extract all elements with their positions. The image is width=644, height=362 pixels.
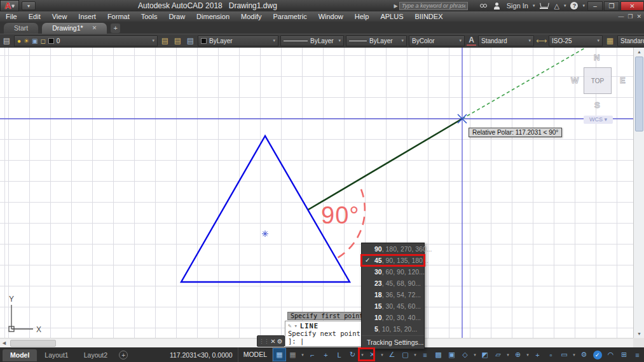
osnap-caret-icon[interactable]: ▾ [412,348,418,361]
dim-style-icon[interactable]: ⟷ [536,36,547,45]
dim-style-dropdown[interactable]: ISO-25 ▾ [549,36,603,46]
restore-button[interactable]: ❐ [604,1,619,11]
close-button[interactable]: ✕ [620,1,644,11]
scroll-down-icon[interactable]: ▼ [634,330,644,338]
drawing-canvas[interactable]: Y X 90° Relative Polar: 117.2031 < 90° N… [0,48,633,338]
previous-layer-icon[interactable]: ▤ [185,36,196,45]
vertical-scrollbar[interactable]: ▲ ▼ [633,48,644,338]
angle-option-45[interactable]: ✓45, 90, 135, 180... [362,255,424,266]
search-collapse-icon[interactable]: ▶ [394,3,398,9]
viewcube-east[interactable]: E [620,76,626,85]
tab-close-icon[interactable]: ✕ [92,23,97,34]
angle-option-10[interactable]: 10, 20, 30, 40... [362,312,424,323]
angle-option-30[interactable]: 30, 60, 90, 120... [362,266,424,278]
model-tab[interactable]: Model [3,349,37,361]
layer-properties-icon[interactable]: ▤ [1,36,12,45]
menu-view[interactable]: View [46,11,73,22]
horizontal-scroll-thumb[interactable] [10,340,56,347]
app-store-icon[interactable]: △ [554,2,559,10]
command-wrench-icon[interactable]: ⚙ [277,338,283,345]
application-menu-button[interactable]: A▾ [0,0,19,11]
doc-minimize-icon[interactable]: — [618,13,624,20]
menu-file[interactable]: File [0,11,23,22]
app-store-caret-icon[interactable]: ▾ [564,3,566,8]
annotation-monitor-icon[interactable]: ◠ [604,348,617,361]
lineweight-dropdown[interactable]: ByLayer ▾ [346,36,407,46]
command-close-icon[interactable]: ✕ [270,338,275,345]
menu-aplus[interactable]: APLUS [374,11,409,22]
snap-caret-icon[interactable]: ▾ [299,348,306,361]
layout1-tab[interactable]: Layout1 [37,349,76,361]
menu-insert[interactable]: Insert [72,11,102,22]
help-caret-icon[interactable]: ▾ [582,3,585,8]
angle-option-23[interactable]: 23, 45, 68, 90... [362,278,424,289]
angle-option-5[interactable]: 5, 10, 15, 20... [362,323,424,335]
menu-format[interactable]: Format [102,11,135,22]
new-layout-button[interactable]: + [119,351,128,359]
match-layer-icon[interactable]: ▤ [172,36,183,45]
dynamic-ucs-icon[interactable]: ◩ [478,348,491,361]
doc-restore-icon[interactable]: ❐ [627,13,633,20]
workspace-switching-icon[interactable]: ⚙ [577,348,591,361]
search-input[interactable] [399,2,468,10]
wcs-menu[interactable]: WCS ▾ [584,116,613,124]
sign-in-button[interactable]: Sign In [507,2,528,10]
vertical-scroll-thumb[interactable] [635,57,643,131]
annoscale-caret-icon[interactable]: ▾ [571,348,577,361]
make-layer-current-icon[interactable]: ▤ [160,36,170,45]
viewcube-top-face[interactable]: TOP [584,67,612,94]
doc-close-icon[interactable]: ✕ [636,13,641,20]
store-cart-icon[interactable] [540,3,548,9]
isodraft-caret-icon[interactable]: ▾ [379,348,385,361]
3dosnap-caret-icon[interactable]: ▾ [472,348,478,361]
command-pencil-icon[interactable]: ✎ [288,323,291,329]
ortho-mode-icon[interactable]: L [332,348,346,361]
model-space-button[interactable]: MODEL [238,347,273,362]
menu-tools[interactable]: Tools [135,11,163,22]
text-style-dropdown[interactable]: Standard ▾ [478,36,534,46]
isodraft-icon[interactable]: ✕ [366,348,379,361]
object-snap-icon[interactable]: ▢ [399,348,412,361]
dynamic-input-icon[interactable]: + [319,348,332,361]
selection-filtering-icon[interactable]: ▱ [491,348,505,361]
object-snap-tracking-icon[interactable]: ∠ [385,348,399,361]
search-binoculars-icon[interactable] [480,4,487,8]
coordinates-readout[interactable]: 117.2031<30, 0.0000 [165,351,238,359]
viewcube-west[interactable]: W [571,76,579,85]
viewcube-north[interactable]: N [594,53,599,62]
layout2-tab[interactable]: Layout2 [76,349,115,361]
color-dropdown[interactable]: ByLayer ▾ [198,36,278,46]
snap-mode-icon[interactable]: ⌐ [306,348,319,361]
command-grip-handle[interactable]: ⋮⋮ [259,339,269,344]
angle-option-15[interactable]: 15, 30, 45, 60... [362,300,424,312]
customization-icon[interactable]: ≡ [631,348,644,361]
text-style-icon[interactable]: A [467,36,476,46]
gizmo-icon[interactable]: ⊕ [511,348,524,361]
graphics-performance-icon[interactable]: ✓ [591,348,604,361]
filter-caret-icon[interactable]: ▾ [505,348,511,361]
tracking-settings-item[interactable]: Tracking Settings... [362,337,424,349]
snap-grid-icon[interactable]: ▦ [286,348,299,361]
polar-caret-icon[interactable]: ▾ [359,348,366,361]
table-style-dropdown[interactable]: Standard [617,36,644,46]
scroll-left-icon[interactable]: ◄ [1,339,7,348]
selection-cycling-icon[interactable]: ▣ [445,348,458,361]
gizmo-caret-icon[interactable]: ▾ [524,348,531,361]
menu-draw[interactable]: Draw [163,11,191,22]
quick-access-toolbar-caret[interactable]: ▾ [22,1,36,10]
minimize-button[interactable]: – [587,1,603,11]
linetype-dropdown[interactable]: ByLayer ▾ [280,36,344,46]
angle-option-90[interactable]: 90, 180, 270, 360... [362,243,424,255]
help-icon[interactable]: ? [570,2,578,10]
angle-option-18[interactable]: 18, 36, 54, 72... [362,289,424,300]
annotation-visibility-icon[interactable]: + [531,348,544,361]
viewcube-south[interactable]: S [594,100,600,110]
menu-help[interactable]: Help [349,11,375,22]
polar-tracking-icon[interactable]: ↻ [346,348,359,361]
plot-style-dropdown[interactable]: ByColor ▾ [409,36,465,46]
command-caret-icon[interactable]: ▾ [294,323,297,329]
3d-object-snap-icon[interactable]: ◇ [458,348,472,361]
lineweight-display-icon[interactable]: ≡ [418,348,432,361]
clean-screen-icon[interactable]: ⊞ [617,348,631,361]
tab-drawing1[interactable]: Drawing1*✕ [42,23,107,34]
